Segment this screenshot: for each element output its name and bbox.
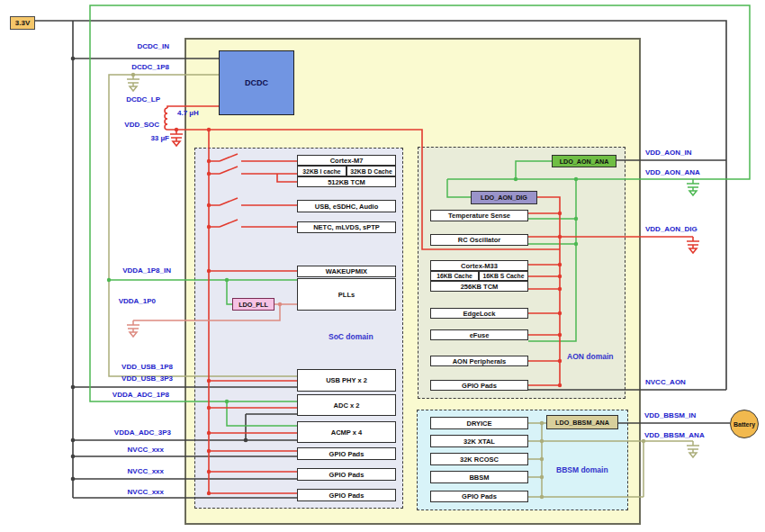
net-olive xyxy=(109,75,699,497)
bbsm-domain-label: BBSM domain xyxy=(556,465,608,474)
battery-node: Battery xyxy=(730,410,759,438)
pin-vdd-aon-in: VDD_AON_IN xyxy=(645,149,692,158)
pin-vdd-soc: VDD_SOC xyxy=(96,121,159,130)
block-icache: 32KB I cache xyxy=(297,166,346,176)
supply-3v3-box: 3.3V xyxy=(10,16,35,30)
block-soc-gpio-3: GPIO Pads xyxy=(297,489,396,501)
block-32k-xtal: 32K XTAL xyxy=(430,435,528,447)
block-acmp: ACMP x 4 xyxy=(297,421,396,443)
aon-domain-label: AON domain xyxy=(567,352,613,361)
block-plls: PLLs xyxy=(297,278,396,311)
soc-domain-label: SoC domain xyxy=(328,332,374,341)
block-cortex-m33: Cortex-M33 xyxy=(430,260,528,271)
pin-vdd-usb-3p3: VDD_USB_3P3 xyxy=(104,374,173,383)
pin-nvcc-2: NVCC_xxx xyxy=(106,467,164,476)
pin-vdd-usb-1p8: VDD_USB_1P8 xyxy=(104,363,173,372)
block-soc-gpio-1: GPIO Pads xyxy=(297,447,396,460)
block-256kb-tcm: 256KB TCM xyxy=(430,281,528,292)
block-ldo-aon-dig: LDO_AON_DIG xyxy=(471,191,537,204)
block-wakeupmix: WAKEUPMIX xyxy=(297,266,396,277)
pin-dcdc-lp: DCDC_LP xyxy=(97,95,160,104)
pin-vdd-bbsm-in: VDD_BBSM_IN xyxy=(644,411,696,420)
block-temp-sense: Temperature Sense xyxy=(430,210,528,221)
block-efuse: eFuse xyxy=(430,329,528,340)
label-inductor-4u7: 4.7 µH xyxy=(177,109,199,118)
pin-vdda-1p0: VDDA_1P0 xyxy=(89,297,156,306)
net-green xyxy=(90,5,750,426)
block-cortex-m7: Cortex-M7 xyxy=(297,155,396,166)
block-edgelock: EdgeLock xyxy=(430,308,528,319)
block-netc-mlvds-sptp: NETC, mLVDS, sPTP xyxy=(297,221,396,233)
power-block-diagram: 3.3V Battery DCDC Cortex-M7 32KB I cache… xyxy=(0,0,765,532)
label-cap-33uf: 33 µF xyxy=(133,134,169,143)
pin-vdd-bbsm-ana: VDD_BBSM_ANA xyxy=(644,431,705,440)
block-dcdc: DCDC xyxy=(219,50,294,115)
block-32k-rcosc: 32K RCOSC xyxy=(430,453,528,465)
block-aon-peripherals: AON Peripherals xyxy=(430,356,528,366)
block-adc: ADC x 2 xyxy=(297,394,396,416)
block-rc-oscillator: RC Oscillator xyxy=(430,234,528,246)
block-16kb-cache: 16KB Cache xyxy=(430,271,479,281)
pin-vdd-aon-dig: VDD_AON_DIG xyxy=(645,225,698,234)
block-16kb-s-cache: 16KB S Cache xyxy=(479,271,528,281)
block-512kb-tcm: 512KB TCM xyxy=(297,176,396,187)
block-bbsm: BBSM xyxy=(430,471,528,483)
block-usb-phy: USB PHY x 2 xyxy=(297,369,396,392)
pin-vdda-adc-3p3: VDDA_ADC_3P3 xyxy=(97,428,171,437)
block-ldo-aon-ana: LDO_AON_ANA xyxy=(552,155,616,167)
pin-nvcc-1: NVCC_xxx xyxy=(106,446,164,455)
block-bbsm-gpio: GPIO Pads xyxy=(430,491,528,502)
pin-dcdc-in: DCDC_IN xyxy=(106,42,169,51)
block-ldo-pll: LDO_PLL xyxy=(232,298,274,311)
pin-dcdc-1p8: DCDC_1P8 xyxy=(106,63,169,72)
block-aon-gpio: GPIO Pads xyxy=(430,380,528,391)
block-ldo-bbsm-ana: LDO_BBSM_ANA xyxy=(546,415,618,429)
pin-vdd-aon-ana: VDD_AON_ANA xyxy=(645,168,700,177)
block-dcache: 32KB D Cache xyxy=(346,166,396,176)
pin-vdda-adc-1p8: VDDA_ADC_1P8 xyxy=(99,391,169,400)
block-soc-gpio-2: GPIO Pads xyxy=(297,468,396,481)
pin-nvcc-3: NVCC_xxx xyxy=(106,488,164,497)
block-usb-esdhc-audio: USB, eSDHC, Audio xyxy=(297,200,396,212)
block-dryice: DRYICE xyxy=(430,417,528,429)
pin-vdda-1p8-in: VDDA_1P8_IN xyxy=(104,266,171,275)
pin-nvcc-aon: NVCC_AON xyxy=(645,378,686,387)
